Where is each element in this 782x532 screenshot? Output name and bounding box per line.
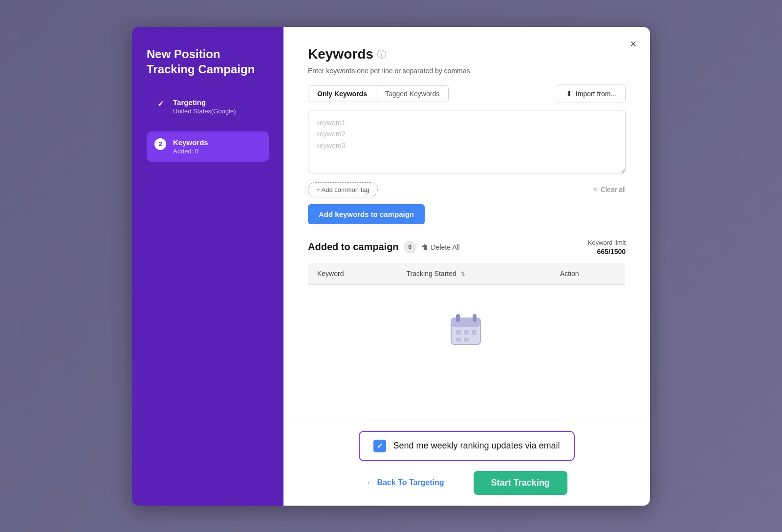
step-label-targeting: Targeting	[173, 98, 236, 106]
sidebar-steps: Targeting United States(Google) 2 Keywor…	[147, 91, 269, 162]
svg-rect-4	[456, 330, 461, 335]
clear-all-button[interactable]: × Clear all	[593, 185, 626, 194]
table-head: Keyword Tracking Started ⇅ Action	[308, 262, 626, 284]
col-keyword-label: Keyword	[317, 270, 344, 277]
keyword-limit-count: 665/1500	[597, 248, 626, 255]
start-tracking-button[interactable]: Start Tracking	[474, 471, 567, 495]
add-keywords-button[interactable]: Add keywords to campaign	[308, 204, 425, 224]
email-label: Send me weekly ranking updates via email	[393, 441, 560, 451]
empty-state	[317, 292, 616, 360]
keywords-title: Keywords	[308, 46, 373, 62]
campaign-header: Added to campaign 0 🗑 Delete All Keyword…	[308, 239, 626, 255]
step-check-icon	[154, 98, 166, 110]
step-sublabel-targeting: United States(Google)	[173, 107, 236, 115]
import-label: Import from...	[576, 90, 616, 98]
delete-all-label: Delete All	[431, 243, 460, 251]
step-info-targeting: Targeting United States(Google)	[173, 98, 236, 115]
add-tag-button[interactable]: + Add common tag	[308, 182, 378, 197]
tab-only-keywords[interactable]: Only Keywords	[308, 86, 376, 102]
email-checkbox-row: Send me weekly ranking updates via email	[308, 431, 626, 461]
footer-actions: ← Back To Targeting Start Tracking	[308, 471, 626, 495]
svg-rect-5	[464, 330, 469, 335]
start-tracking-label: Start Tracking	[491, 478, 550, 488]
campaign-count-badge: 0	[404, 241, 416, 254]
step-number-keywords: 2	[154, 138, 166, 150]
sidebar: New Position Tracking Campaign Targeting…	[132, 27, 283, 506]
step-label-keywords: Keywords	[173, 138, 208, 147]
back-label: Back To Targeting	[377, 478, 444, 487]
sidebar-title: New Position Tracking Campaign	[147, 46, 269, 77]
modal: New Position Tracking Campaign Targeting…	[132, 27, 650, 506]
col-tracking-label: Tracking Started	[407, 270, 456, 277]
svg-rect-8	[464, 338, 469, 341]
campaign-title: Added to campaign	[308, 241, 399, 253]
svg-rect-3	[473, 314, 477, 322]
main-content: × Keywords i Enter keywords one per line…	[283, 27, 650, 506]
back-arrow-icon: ←	[366, 478, 374, 487]
import-icon: ⬇	[566, 89, 572, 98]
col-keyword: Keyword	[308, 262, 398, 284]
tag-row: + Add common tag × Clear all	[308, 182, 626, 197]
sidebar-step-keywords[interactable]: 2 Keywords Added: 0	[147, 131, 269, 162]
section-title: Keywords i	[308, 46, 626, 62]
svg-rect-7	[456, 338, 461, 341]
empty-state-row	[308, 284, 626, 367]
delete-all-button[interactable]: 🗑 Delete All	[421, 243, 460, 251]
sort-icon[interactable]: ⇅	[460, 271, 465, 277]
col-action-label: Action	[560, 270, 579, 277]
svg-rect-6	[472, 330, 477, 335]
svg-rect-2	[456, 314, 460, 322]
add-keywords-label: Add keywords to campaign	[319, 210, 414, 218]
step-info-keywords: Keywords Added: 0	[173, 138, 208, 155]
tabs-row: Only Keywords Tagged Keywords ⬇ Import f…	[308, 85, 626, 103]
empty-calendar-icon	[447, 311, 486, 350]
back-to-targeting-button[interactable]: ← Back To Targeting	[366, 478, 444, 487]
trash-icon: 🗑	[421, 243, 428, 251]
table-header-row: Keyword Tracking Started ⇅ Action	[308, 262, 626, 284]
step-sublabel-keywords: Added: 0	[173, 148, 208, 155]
import-button[interactable]: ⬇ Import from...	[557, 85, 626, 103]
col-action: Action	[551, 262, 626, 284]
clear-x-icon: ×	[593, 185, 597, 194]
keyword-limit-row: Keyword limit 665/1500	[588, 239, 626, 255]
col-tracking-started: Tracking Started ⇅	[398, 262, 551, 284]
tab-tagged-keywords[interactable]: Tagged Keywords	[376, 86, 448, 102]
subtitle: Enter keywords one per line or separated…	[308, 67, 626, 75]
close-button[interactable]: ×	[628, 37, 638, 51]
email-checkbox-box[interactable]: Send me weekly ranking updates via email	[359, 431, 574, 461]
keyword-textarea[interactable]	[308, 110, 626, 173]
keyword-tabs: Only Keywords Tagged Keywords	[308, 85, 449, 102]
add-tag-label: + Add common tag	[316, 186, 369, 193]
main-scroll: Keywords i Enter keywords one per line o…	[283, 27, 650, 420]
empty-state-cell	[308, 284, 626, 367]
campaign-title-row: Added to campaign 0 🗑 Delete All	[308, 241, 460, 254]
clear-all-label: Clear all	[601, 186, 626, 193]
info-icon[interactable]: i	[377, 50, 386, 59]
table-body	[308, 284, 626, 367]
sidebar-step-targeting[interactable]: Targeting United States(Google)	[147, 91, 269, 122]
keywords-table: Keyword Tracking Started ⇅ Action	[308, 262, 626, 367]
footer: Send me weekly ranking updates via email…	[283, 420, 650, 506]
keyword-limit-label: Keyword limit	[588, 239, 626, 246]
checkbox-checked-icon	[373, 440, 386, 452]
